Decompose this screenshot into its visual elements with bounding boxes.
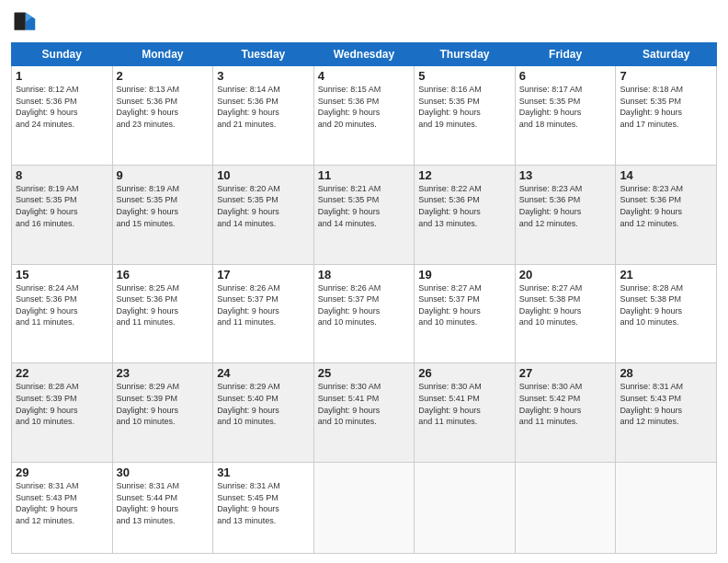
calendar-cell: 6Sunrise: 8:17 AM Sunset: 5:35 PM Daylig… <box>515 66 616 166</box>
day-number: 26 <box>418 366 511 380</box>
calendar-cell <box>415 463 516 554</box>
logo-icon <box>11 9 37 35</box>
day-number: 21 <box>620 268 712 282</box>
day-info: Sunrise: 8:26 AM Sunset: 5:37 PM Dayligh… <box>318 282 411 328</box>
day-info: Sunrise: 8:13 AM Sunset: 5:36 PM Dayligh… <box>117 84 210 130</box>
day-info: Sunrise: 8:20 AM Sunset: 5:35 PM Dayligh… <box>217 183 310 229</box>
day-info: Sunrise: 8:15 AM Sunset: 5:36 PM Dayligh… <box>318 84 411 130</box>
calendar-cell: 15Sunrise: 8:24 AM Sunset: 5:36 PM Dayli… <box>12 264 113 363</box>
day-number: 16 <box>117 268 210 282</box>
day-info: Sunrise: 8:28 AM Sunset: 5:39 PM Dayligh… <box>16 381 108 427</box>
calendar-cell: 31Sunrise: 8:31 AM Sunset: 5:45 PM Dayli… <box>213 463 314 554</box>
calendar-cell: 10Sunrise: 8:20 AM Sunset: 5:35 PM Dayli… <box>213 165 314 264</box>
day-number: 13 <box>519 168 612 182</box>
weekday-header-thursday: Thursday <box>415 43 516 66</box>
day-info: Sunrise: 8:16 AM Sunset: 5:35 PM Dayligh… <box>418 84 511 130</box>
day-info: Sunrise: 8:29 AM Sunset: 5:39 PM Dayligh… <box>117 381 210 427</box>
day-info: Sunrise: 8:19 AM Sunset: 5:35 PM Dayligh… <box>117 183 210 229</box>
calendar-cell: 8Sunrise: 8:19 AM Sunset: 5:35 PM Daylig… <box>12 165 113 264</box>
calendar-cell: 16Sunrise: 8:25 AM Sunset: 5:36 PM Dayli… <box>112 264 213 363</box>
calendar-cell: 1Sunrise: 8:12 AM Sunset: 5:36 PM Daylig… <box>12 66 113 166</box>
calendar-cell: 2Sunrise: 8:13 AM Sunset: 5:36 PM Daylig… <box>112 66 213 166</box>
day-number: 14 <box>620 168 712 182</box>
calendar-week-row: 29Sunrise: 8:31 AM Sunset: 5:43 PM Dayli… <box>12 463 717 554</box>
calendar-cell: 11Sunrise: 8:21 AM Sunset: 5:35 PM Dayli… <box>313 165 415 264</box>
day-number: 22 <box>16 366 108 380</box>
calendar-cell: 20Sunrise: 8:27 AM Sunset: 5:38 PM Dayli… <box>515 264 616 363</box>
day-number: 11 <box>318 168 411 182</box>
day-number: 5 <box>418 69 511 83</box>
calendar-cell <box>515 463 616 554</box>
calendar-week-row: 22Sunrise: 8:28 AM Sunset: 5:39 PM Dayli… <box>12 363 717 463</box>
weekday-header-sunday: Sunday <box>12 43 113 66</box>
day-number: 30 <box>117 465 210 479</box>
logo <box>11 9 40 35</box>
day-number: 31 <box>217 465 310 479</box>
calendar-cell: 30Sunrise: 8:31 AM Sunset: 5:44 PM Dayli… <box>112 463 213 554</box>
day-info: Sunrise: 8:22 AM Sunset: 5:36 PM Dayligh… <box>418 183 511 229</box>
day-info: Sunrise: 8:31 AM Sunset: 5:44 PM Dayligh… <box>117 480 210 526</box>
day-number: 18 <box>318 268 411 282</box>
day-info: Sunrise: 8:26 AM Sunset: 5:37 PM Dayligh… <box>217 282 310 328</box>
day-info: Sunrise: 8:31 AM Sunset: 5:43 PM Dayligh… <box>16 480 108 526</box>
day-info: Sunrise: 8:25 AM Sunset: 5:36 PM Dayligh… <box>117 282 210 328</box>
calendar-cell: 9Sunrise: 8:19 AM Sunset: 5:35 PM Daylig… <box>112 165 213 264</box>
day-info: Sunrise: 8:23 AM Sunset: 5:36 PM Dayligh… <box>519 183 612 229</box>
calendar-cell: 25Sunrise: 8:30 AM Sunset: 5:41 PM Dayli… <box>313 363 415 463</box>
day-info: Sunrise: 8:14 AM Sunset: 5:36 PM Dayligh… <box>217 84 310 130</box>
day-number: 24 <box>217 366 310 380</box>
day-info: Sunrise: 8:30 AM Sunset: 5:41 PM Dayligh… <box>318 381 411 427</box>
calendar-cell: 22Sunrise: 8:28 AM Sunset: 5:39 PM Dayli… <box>12 363 113 463</box>
day-number: 19 <box>418 268 511 282</box>
day-info: Sunrise: 8:27 AM Sunset: 5:38 PM Dayligh… <box>519 282 612 328</box>
day-number: 7 <box>620 69 712 83</box>
day-info: Sunrise: 8:30 AM Sunset: 5:41 PM Dayligh… <box>418 381 511 427</box>
day-info: Sunrise: 8:31 AM Sunset: 5:43 PM Dayligh… <box>620 381 712 427</box>
day-info: Sunrise: 8:30 AM Sunset: 5:42 PM Dayligh… <box>519 381 612 427</box>
calendar-cell: 21Sunrise: 8:28 AM Sunset: 5:38 PM Dayli… <box>616 264 717 363</box>
day-number: 2 <box>117 69 210 83</box>
calendar-cell: 13Sunrise: 8:23 AM Sunset: 5:36 PM Dayli… <box>515 165 616 264</box>
day-number: 27 <box>519 366 612 380</box>
day-number: 28 <box>620 366 712 380</box>
day-info: Sunrise: 8:29 AM Sunset: 5:40 PM Dayligh… <box>217 381 310 427</box>
day-info: Sunrise: 8:21 AM Sunset: 5:35 PM Dayligh… <box>318 183 411 229</box>
weekday-header-row: SundayMondayTuesdayWednesdayThursdayFrid… <box>12 43 717 66</box>
day-info: Sunrise: 8:24 AM Sunset: 5:36 PM Dayligh… <box>16 282 108 328</box>
day-number: 9 <box>117 168 210 182</box>
calendar-cell: 14Sunrise: 8:23 AM Sunset: 5:36 PM Dayli… <box>616 165 717 264</box>
day-number: 4 <box>318 69 411 83</box>
calendar-table: SundayMondayTuesdayWednesdayThursdayFrid… <box>11 42 717 554</box>
calendar-week-row: 1Sunrise: 8:12 AM Sunset: 5:36 PM Daylig… <box>12 66 717 166</box>
calendar-cell: 26Sunrise: 8:30 AM Sunset: 5:41 PM Dayli… <box>415 363 516 463</box>
day-number: 17 <box>217 268 310 282</box>
day-info: Sunrise: 8:28 AM Sunset: 5:38 PM Dayligh… <box>620 282 712 328</box>
day-info: Sunrise: 8:27 AM Sunset: 5:37 PM Dayligh… <box>418 282 511 328</box>
calendar-cell: 19Sunrise: 8:27 AM Sunset: 5:37 PM Dayli… <box>415 264 516 363</box>
day-info: Sunrise: 8:23 AM Sunset: 5:36 PM Dayligh… <box>620 183 712 229</box>
calendar-cell: 4Sunrise: 8:15 AM Sunset: 5:36 PM Daylig… <box>313 66 415 166</box>
day-number: 25 <box>318 366 411 380</box>
day-number: 12 <box>418 168 511 182</box>
calendar-cell: 23Sunrise: 8:29 AM Sunset: 5:39 PM Dayli… <box>112 363 213 463</box>
calendar-cell: 5Sunrise: 8:16 AM Sunset: 5:35 PM Daylig… <box>415 66 516 166</box>
weekday-header-friday: Friday <box>515 43 616 66</box>
day-number: 3 <box>217 69 310 83</box>
weekday-header-tuesday: Tuesday <box>213 43 314 66</box>
calendar-cell: 12Sunrise: 8:22 AM Sunset: 5:36 PM Dayli… <box>415 165 516 264</box>
calendar-cell: 29Sunrise: 8:31 AM Sunset: 5:43 PM Dayli… <box>12 463 113 554</box>
calendar-cell: 3Sunrise: 8:14 AM Sunset: 5:36 PM Daylig… <box>213 66 314 166</box>
header <box>11 9 717 35</box>
calendar-cell: 7Sunrise: 8:18 AM Sunset: 5:35 PM Daylig… <box>616 66 717 166</box>
day-number: 23 <box>117 366 210 380</box>
day-number: 29 <box>16 465 108 479</box>
calendar-cell: 17Sunrise: 8:26 AM Sunset: 5:37 PM Dayli… <box>213 264 314 363</box>
calendar-cell <box>313 463 415 554</box>
page-container: SundayMondayTuesdayWednesdayThursdayFrid… <box>0 0 728 563</box>
calendar-cell <box>616 463 717 554</box>
svg-rect-2 <box>15 13 26 30</box>
weekday-header-monday: Monday <box>112 43 213 66</box>
day-number: 15 <box>16 268 108 282</box>
day-info: Sunrise: 8:17 AM Sunset: 5:35 PM Dayligh… <box>519 84 612 130</box>
day-info: Sunrise: 8:19 AM Sunset: 5:35 PM Dayligh… <box>16 183 108 229</box>
